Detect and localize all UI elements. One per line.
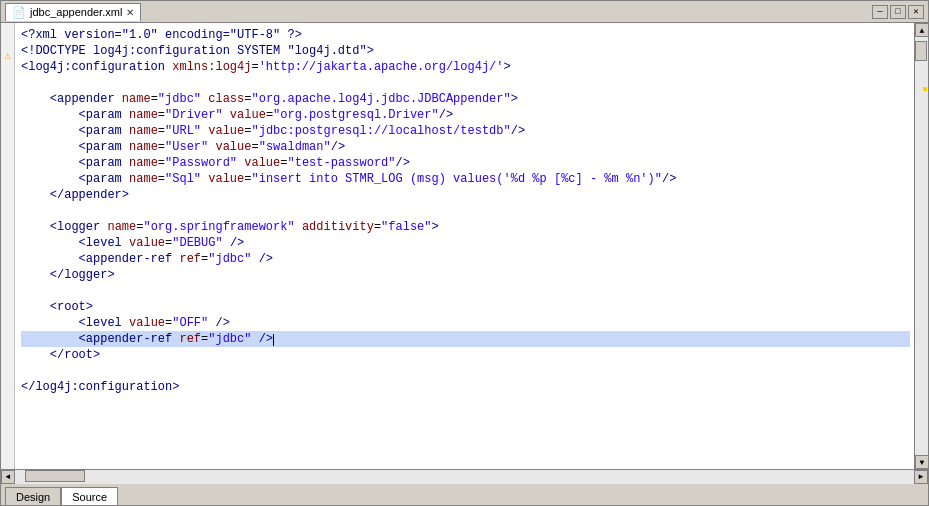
code-line: <appender-ref ref="jdbc" /> xyxy=(21,331,910,347)
code-line: <param name="Password" value="test-passw… xyxy=(21,155,910,171)
editor-tab[interactable]: 📄 jdbc_appender.xml ✕ xyxy=(5,3,141,21)
code-line: <appender name="jdbc" class="org.apache.… xyxy=(21,91,910,107)
code-line: </logger> xyxy=(21,267,910,283)
scroll-up-button[interactable]: ▲ xyxy=(915,23,928,37)
code-line: <logger name="org.springframework" addit… xyxy=(21,219,910,235)
tab-design[interactable]: Design xyxy=(5,487,61,505)
code-line: <?xml version="1.0" encoding="UTF-8" ?> xyxy=(21,27,910,43)
scroll-thumb[interactable] xyxy=(915,41,927,61)
code-line: <level value="DEBUG" /> xyxy=(21,235,910,251)
bottom-tab-bar: Design Source xyxy=(1,483,928,505)
editor-container: ⚠ <?xml version="1.0" encoding="UTF-8" ?… xyxy=(1,23,928,469)
hscroll-track[interactable] xyxy=(15,470,914,484)
scroll-right-button[interactable]: ► xyxy=(914,470,928,484)
code-line: <!DOCTYPE log4j:configuration SYSTEM "lo… xyxy=(21,43,910,59)
title-bar: 📄 jdbc_appender.xml ✕ — □ ✕ xyxy=(1,1,928,23)
code-editor[interactable]: <?xml version="1.0" encoding="UTF-8" ?><… xyxy=(15,23,914,469)
editor-window: 📄 jdbc_appender.xml ✕ — □ ✕ ⚠ <?xml vers… xyxy=(0,0,929,506)
window-controls: — □ ✕ xyxy=(872,5,924,19)
tab-close-button[interactable]: ✕ xyxy=(126,7,134,18)
left-gutter: ⚠ xyxy=(1,23,15,469)
code-line: </root> xyxy=(21,347,910,363)
code-line xyxy=(21,75,910,91)
minimize-button[interactable]: — xyxy=(872,5,888,19)
vertical-scrollbar[interactable]: ▲ ▼ xyxy=(914,23,928,469)
tab-title-label: jdbc_appender.xml xyxy=(30,6,122,18)
close-button[interactable]: ✕ xyxy=(908,5,924,19)
tab-source[interactable]: Source xyxy=(61,487,118,505)
code-line: <param name="User" value="swaldman"/> xyxy=(21,139,910,155)
scroll-track[interactable] xyxy=(915,37,928,455)
hscroll-thumb[interactable] xyxy=(25,470,85,482)
maximize-button[interactable]: □ xyxy=(890,5,906,19)
code-line: <appender-ref ref="jdbc" /> xyxy=(21,251,910,267)
horizontal-scrollbar[interactable]: ◄ ► xyxy=(1,469,928,483)
tab-file-icon: 📄 xyxy=(12,6,26,19)
code-line xyxy=(21,283,910,299)
scroll-marker xyxy=(923,87,927,91)
code-line: </log4j:configuration> xyxy=(21,379,910,395)
code-line: <root> xyxy=(21,299,910,315)
warning-icon: ⚠ xyxy=(4,51,11,62)
code-line: <level value="OFF" /> xyxy=(21,315,910,331)
code-line: </appender> xyxy=(21,187,910,203)
code-line xyxy=(21,395,910,411)
code-line: <param name="Sql" value="insert into STM… xyxy=(21,171,910,187)
code-line: <param name="URL" value="jdbc:postgresql… xyxy=(21,123,910,139)
code-line: <log4j:configuration xmlns:log4j='http:/… xyxy=(21,59,910,75)
code-line xyxy=(21,363,910,379)
scroll-left-button[interactable]: ◄ xyxy=(1,470,15,484)
text-cursor xyxy=(273,334,274,346)
code-line: <param name="Driver" value="org.postgres… xyxy=(21,107,910,123)
scroll-down-button[interactable]: ▼ xyxy=(915,455,928,469)
title-bar-left: 📄 jdbc_appender.xml ✕ xyxy=(5,3,141,21)
code-line xyxy=(21,203,910,219)
